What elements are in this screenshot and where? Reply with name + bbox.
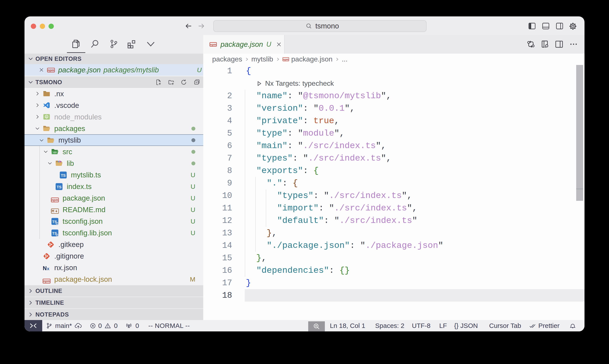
svg-text:</>: </>	[53, 151, 57, 154]
svg-text:npm: npm	[283, 58, 288, 61]
svg-text:N: N	[43, 265, 47, 271]
svg-text:npm: npm	[43, 279, 50, 283]
svg-text:TS: TS	[57, 185, 62, 189]
svg-text:x: x	[47, 266, 50, 271]
svg-text:npm: npm	[48, 68, 54, 72]
svg-text:TS: TS	[61, 173, 66, 178]
svg-text:js: js	[46, 116, 47, 118]
svg-text:npm: npm	[52, 198, 58, 202]
svg-text:npm: npm	[210, 43, 216, 46]
